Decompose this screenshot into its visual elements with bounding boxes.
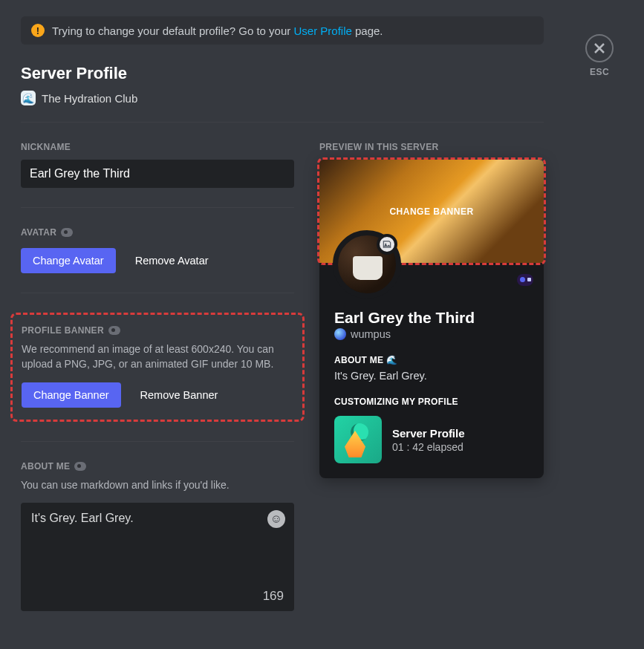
nitro-icon bbox=[74, 462, 86, 471]
esc-label: ESC bbox=[590, 67, 609, 77]
server-name: The Hydration Club bbox=[42, 92, 137, 105]
preview-about-label: ABOUT ME 🌊 bbox=[334, 355, 529, 365]
preview-label: PREVIEW IN THIS SERVER bbox=[319, 142, 544, 152]
nitro-icon bbox=[108, 326, 120, 335]
nitro-badge-icon bbox=[517, 274, 533, 286]
nickname-label: NICKNAME bbox=[21, 142, 294, 152]
preview-username: wumpus bbox=[351, 328, 391, 340]
upload-avatar-badge[interactable] bbox=[377, 234, 397, 255]
remove-banner-button[interactable]: Remove Banner bbox=[137, 382, 221, 408]
char-count: 169 bbox=[263, 589, 284, 604]
about-me-field-wrap: ☺ 169 bbox=[21, 503, 294, 611]
smile-icon: ☺ bbox=[270, 512, 282, 526]
preview-about-label-text: ABOUT ME bbox=[334, 355, 383, 365]
form-column: NICKNAME AVATAR Change Avatar Remove Ava… bbox=[21, 142, 294, 611]
close-button[interactable] bbox=[585, 34, 614, 62]
avatar-label-text: AVATAR bbox=[21, 227, 56, 238]
divider bbox=[21, 293, 294, 293]
preview-avatar[interactable] bbox=[333, 230, 401, 299]
nitro-icon bbox=[61, 228, 73, 237]
nickname-input[interactable] bbox=[21, 160, 294, 188]
change-banner-button[interactable]: Change Banner bbox=[22, 382, 121, 408]
avatar-label: AVATAR bbox=[21, 227, 294, 238]
remove-avatar-button[interactable]: Remove Avatar bbox=[132, 248, 212, 273]
status-orb-icon bbox=[334, 328, 346, 340]
activity-elapsed: 01 : 42 elapsed bbox=[392, 441, 465, 453]
divider bbox=[21, 122, 544, 123]
preview-column: PREVIEW IN THIS SERVER CHANGE BANNER Ear… bbox=[319, 142, 544, 611]
emoji-picker-button[interactable]: ☺ bbox=[267, 510, 285, 528]
notice-prefix: Trying to change your default profile? G… bbox=[52, 25, 293, 37]
preview-username-row: wumpus bbox=[334, 328, 529, 340]
profile-banner-label: PROFILE BANNER bbox=[22, 325, 293, 336]
about-me-label: ABOUT ME bbox=[21, 461, 294, 472]
preview-display-name: Earl Grey the Third bbox=[334, 309, 529, 327]
page-title: Server Profile bbox=[21, 64, 544, 83]
settings-page: ESC ! Trying to change your default prof… bbox=[0, 0, 565, 632]
activity-title: Server Profile bbox=[392, 427, 465, 440]
change-banner-overlay: CHANGE BANNER bbox=[389, 206, 473, 217]
server-icon: 🌊 bbox=[21, 91, 36, 105]
preview-card: CHANGE BANNER Earl Grey the Third wumpus bbox=[319, 160, 544, 478]
user-profile-link[interactable]: User Profile bbox=[293, 25, 351, 37]
activity-pencil-icon bbox=[334, 416, 382, 463]
profile-banner-section-highlighted: PROFILE BANNER We recommend an image of … bbox=[10, 313, 305, 422]
banner-description: We recommend an image of at least 600x24… bbox=[22, 342, 293, 372]
preview-about-text: It's Grey. Earl Grey. bbox=[334, 370, 529, 382]
avatar-image bbox=[353, 256, 383, 280]
change-avatar-button[interactable]: Change Avatar bbox=[21, 248, 116, 273]
wave-icon: 🌊 bbox=[386, 355, 397, 365]
divider bbox=[21, 441, 294, 442]
divider bbox=[21, 207, 294, 208]
profile-banner-label-text: PROFILE BANNER bbox=[22, 325, 104, 336]
close-wrap: ESC bbox=[581, 34, 618, 77]
close-icon bbox=[593, 42, 605, 54]
about-me-label-text: ABOUT ME bbox=[21, 461, 70, 472]
warning-icon: ! bbox=[31, 24, 45, 37]
about-me-input[interactable] bbox=[31, 512, 264, 586]
server-row: 🌊 The Hydration Club bbox=[21, 91, 544, 105]
customizing-label: CUSTOMIZING MY PROFILE bbox=[334, 397, 529, 407]
notice-text: Trying to change your default profile? G… bbox=[52, 25, 383, 37]
upload-image-icon bbox=[382, 239, 392, 250]
preview-banner[interactable]: CHANGE BANNER bbox=[319, 160, 544, 263]
notice-suffix: page. bbox=[352, 25, 383, 37]
activity-row: Server Profile 01 : 42 elapsed bbox=[334, 416, 529, 463]
about-me-description: You can use markdown and links if you'd … bbox=[21, 477, 294, 492]
notice-bar: ! Trying to change your default profile?… bbox=[21, 16, 544, 45]
